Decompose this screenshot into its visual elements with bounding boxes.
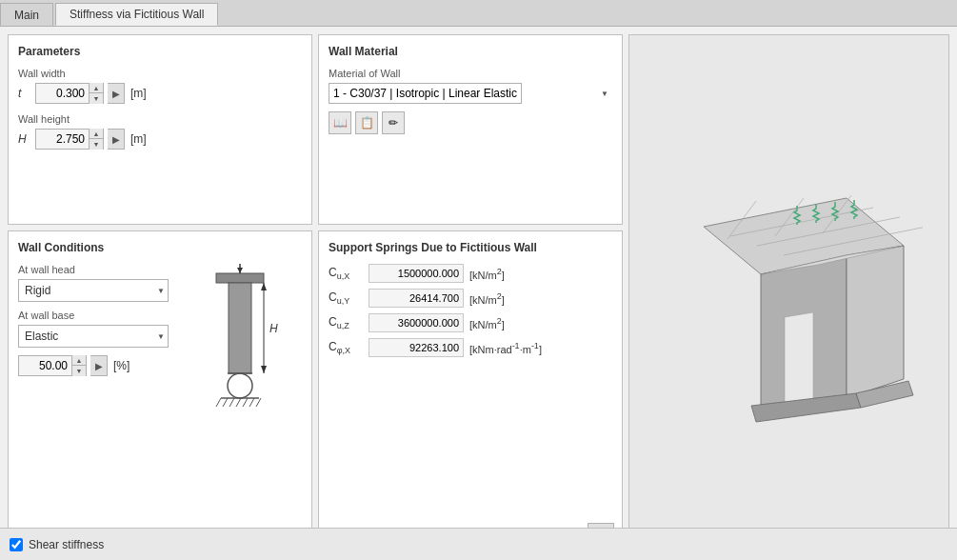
middle-panels: Wall Material Material of Wall 1 - C30/3… [318,34,623,552]
left-panels: Parameters Wall width t ▲ ▼ ▶ [m] [8,34,312,552]
at-wall-base-dropdown[interactable]: Elastic Rigid Pinned Free ▼ [18,325,169,348]
wall-width-spinner-buttons: ▲ ▼ [89,83,103,104]
material-book-btn[interactable]: 📖 [329,111,351,134]
wall-height-group: Wall height H ▲ ▼ ▶ [m] [18,113,302,150]
shear-stiffness-row: Shear stiffness [10,538,104,551]
wall-diagram-svg: H [188,264,292,416]
svg-line-9 [216,398,221,407]
material-title: Wall Material [329,45,612,58]
wall-width-arrow-btn[interactable]: ▶ [108,83,125,104]
svg-line-13 [243,398,248,407]
at-wall-head-dropdown[interactable]: Rigid Pinned Free ▼ [18,279,169,302]
support-springs-panel: Support Springs Due to Fictitious Wall C… [318,230,623,552]
wall-width-spinner[interactable]: ▲ ▼ [35,83,104,104]
elastic-spinner-buttons: ▲ ▼ [71,355,86,376]
parameters-title: Parameters [18,45,302,58]
spring-value-cux: 1500000.000 [369,264,464,283]
wall-height-row: H ▲ ▼ ▶ [m] [18,129,302,150]
wall-height-down[interactable]: ▼ [90,139,103,150]
3d-preview-svg [656,150,923,436]
tab-main[interactable]: Main [0,3,53,26]
material-edit-btn[interactable]: ✏ [382,111,405,134]
elastic-spinner[interactable]: ▲ ▼ [18,355,87,376]
spring-unit-cuy: [kN/m2] [469,291,505,306]
material-icon-row: 📖 📋 ✏ [329,111,612,134]
wall-height-up[interactable]: ▲ [90,129,103,139]
wall-conditions-panel: Wall Conditions At wall head Rigid Pinne… [8,230,312,552]
wall-width-group: Wall width t ▲ ▼ ▶ [m] [18,68,302,104]
conditions-title: Wall Conditions [18,241,302,254]
wall-width-down[interactable]: ▼ [90,93,103,104]
shear-stiffness-label[interactable]: Shear stiffness [29,538,104,551]
wall-material-panel: Wall Material Material of Wall 1 - C30/3… [318,34,623,225]
wall-height-unit: [m] [130,132,147,146]
svg-marker-4 [261,366,267,373]
wall-height-arrow-btn[interactable]: ▶ [108,129,125,150]
at-wall-base-select[interactable]: Elastic Rigid Pinned Free [18,325,169,348]
wall-width-symbol: t [18,87,31,100]
at-wall-head-select[interactable]: Rigid Pinned Free [18,279,169,302]
material-select-row: 1 - C30/37 | Isotropic | Linear Elastic [329,83,612,104]
svg-line-11 [229,398,234,407]
svg-marker-26 [847,246,904,398]
elastic-input[interactable] [19,356,71,375]
wall-height-spinner-buttons: ▲ ▼ [89,129,103,150]
material-select[interactable]: 1 - C30/37 | Isotropic | Linear Elastic [329,83,522,104]
wall-height-label: Wall height [18,113,302,125]
svg-rect-0 [216,273,264,283]
at-wall-base-label: At wall base [18,310,169,321]
svg-text:H: H [269,322,278,335]
wall-width-unit: [m] [130,87,147,100]
spring-unit-cphix: [kNm·rad-1·m-1] [469,341,542,355]
content-area: Parameters Wall width t ▲ ▼ ▶ [m] [0,27,957,560]
spring-symbol-cux: Cu,X [329,266,363,281]
parameters-panel: Parameters Wall width t ▲ ▼ ▶ [m] [8,34,312,225]
spring-unit-cuz: [kN/m2] [469,316,505,330]
svg-rect-1 [229,283,251,373]
spring-value-cuy: 26414.700 [369,289,464,308]
material-copy-btn[interactable]: 📋 [355,111,378,134]
svg-line-10 [223,398,228,407]
elastic-unit: [%] [113,359,130,372]
material-of-wall-label: Material of Wall [329,68,612,79]
material-select-wrapper[interactable]: 1 - C30/37 | Isotropic | Linear Elastic [329,83,612,104]
svg-line-15 [256,398,261,407]
spring-row-cuz: Cu,Z 3600000.000 [kN/m2] [329,313,612,332]
spring-row-cphix: Cφ,X 92263.100 [kNm·rad-1·m-1] [329,338,612,357]
wall-height-spinner[interactable]: ▲ ▼ [35,129,104,150]
svg-line-12 [236,398,241,407]
preview-panel [628,34,949,552]
wall-diagram: H [178,264,302,426]
elastic-arrow-btn[interactable]: ▶ [90,355,108,376]
spring-row-cuy: Cu,Y 26414.700 [kN/m2] [329,289,612,308]
wall-height-input[interactable] [36,130,89,149]
spring-value-cuz: 3600000.000 [369,313,464,332]
wall-height-symbol: H [18,132,31,146]
springs-title: Support Springs Due to Fictitious Wall [329,241,612,254]
svg-marker-28 [785,312,813,408]
elastic-up[interactable]: ▲ [72,355,86,366]
wall-width-label: Wall width [18,68,302,79]
spring-symbol-cuz: Cu,Z [329,315,363,330]
spring-row-cux: Cu,X 1500000.000 [kN/m2] [329,264,612,283]
elastic-down[interactable]: ▼ [72,366,86,376]
shear-stiffness-checkbox[interactable] [10,538,23,551]
at-wall-head-label: At wall head [18,264,169,275]
spring-unit-cux: [kN/m2] [469,267,505,281]
wall-width-up[interactable]: ▲ [90,83,103,93]
svg-marker-17 [237,268,243,273]
spring-symbol-cuy: Cu,Y [329,290,363,306]
svg-line-14 [249,398,254,407]
svg-marker-3 [261,283,267,290]
tab-stiffness[interactable]: Stiffness via Fictitious Wall [55,3,218,26]
wall-width-input[interactable] [36,84,89,103]
spring-value-cphix: 92263.100 [369,338,464,357]
wall-width-row: t ▲ ▼ ▶ [m] [18,83,302,104]
tab-bar: Main Stiffness via Fictitious Wall [0,0,957,27]
bottom-bar: Shear stiffness [0,528,957,560]
svg-point-6 [228,373,252,398]
elastic-row: ▲ ▼ ▶ [%] [18,355,169,376]
spring-symbol-cphix: Cφ,X [329,340,363,355]
